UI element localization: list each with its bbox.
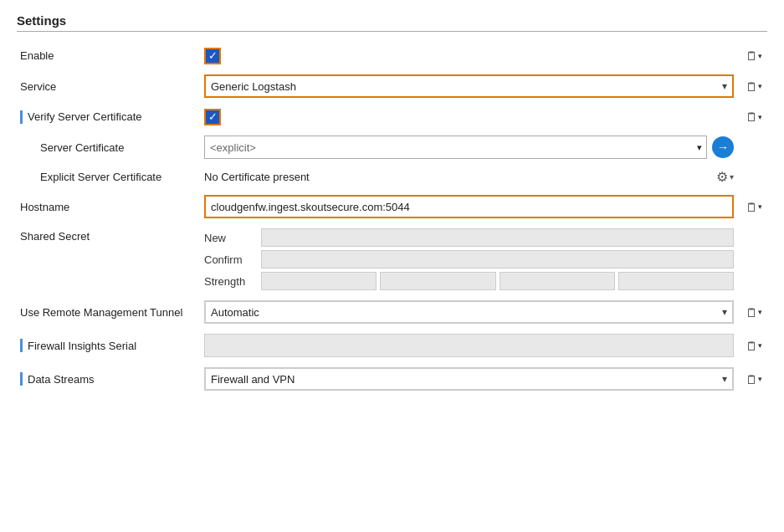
dropdown-arrow6-icon: ▾ xyxy=(758,341,762,350)
service-select-wrapper: Generic Logstash Custom Logstash Syslog … xyxy=(204,74,734,98)
dropdown-arrow5-icon: ▾ xyxy=(758,308,762,316)
clipboard-icon5: 🗒 xyxy=(746,305,758,320)
data-streams-label-group: Data Streams xyxy=(20,372,197,386)
shared-confirm-label: Confirm xyxy=(204,253,254,266)
clipboard-icon7: 🗒 xyxy=(746,372,758,386)
no-cert-row: No Certificate present ⚙▾ xyxy=(204,169,734,185)
explicit-cert-value-cell: No Certificate present ⚙▾ xyxy=(201,164,737,190)
clipboard-icon3: 🗒 xyxy=(746,110,758,124)
data-streams-select-wrapper: Firewall and VPN Firewall only VPN only … xyxy=(204,367,734,391)
shared-new-input[interactable] xyxy=(261,228,734,247)
data-streams-label-cell: Data Streams xyxy=(17,362,201,396)
firewall-insights-label: Firewall Insights Serial xyxy=(28,340,136,352)
firewall-insights-value-cell xyxy=(201,329,737,362)
cert-select-group: <explicit> Default Custom ▾ → xyxy=(204,136,734,159)
shared-new-label: New xyxy=(204,232,254,244)
firewall-insights-action-btn[interactable]: 🗒▾ xyxy=(744,337,764,355)
verify-cert-row: Verify Server Certificate ✓ 🗒▾ xyxy=(17,103,767,130)
hostname-row: Hostname 🗒▾ xyxy=(17,190,767,223)
explicit-cert-gear-btn[interactable]: ⚙▾ xyxy=(716,169,734,185)
service-label: Service xyxy=(17,69,201,103)
dropdown-arrow4-icon: ▾ xyxy=(758,202,762,211)
verify-cert-label: Verify Server Certificate xyxy=(28,110,142,123)
hostname-value-cell xyxy=(201,190,737,223)
settings-table: Enable ✓ 🗒▾ Service Generic Logstash Cus… xyxy=(17,42,767,396)
data-streams-bar xyxy=(20,372,23,386)
settings-container: Settings Enable ✓ 🗒▾ Service xyxy=(0,0,784,532)
verify-cert-label-cell: Verify Server Certificate xyxy=(17,103,201,130)
arrow-right-icon: → xyxy=(717,141,729,154)
data-streams-label: Data Streams xyxy=(28,373,94,386)
enable-checkbox[interactable]: ✓ xyxy=(204,48,221,64)
strength-segments xyxy=(261,272,734,290)
remote-tunnel-select-wrapper: Automatic Enabled Disabled ▾ xyxy=(204,300,734,324)
hostname-action: 🗒▾ xyxy=(737,190,767,223)
shared-secret-value-cell: New Confirm Strength xyxy=(201,223,737,295)
firewall-insights-label-group: Firewall Insights Serial xyxy=(20,339,197,352)
dropdown-arrow3-icon: ▾ xyxy=(758,113,762,121)
shared-strength-row: Strength xyxy=(204,272,734,290)
hostname-input[interactable] xyxy=(204,195,734,218)
server-cert-action xyxy=(737,130,767,164)
service-row: Service Generic Logstash Custom Logstash… xyxy=(17,69,767,103)
hostname-action-btn[interactable]: 🗒▾ xyxy=(744,198,764,216)
gear-icon: ⚙ xyxy=(716,169,728,185)
data-streams-select[interactable]: Firewall and VPN Firewall only VPN only xyxy=(204,367,734,391)
data-streams-action: 🗒▾ xyxy=(737,362,767,396)
server-cert-label: Server Certificate xyxy=(17,130,201,164)
shared-new-row: New xyxy=(204,228,734,247)
remote-tunnel-label: Use Remote Management Tunnel xyxy=(17,295,201,329)
strength-seg-3 xyxy=(500,272,615,290)
verify-cert-checkbox[interactable]: ✓ xyxy=(204,109,221,125)
clipboard-icon2: 🗒 xyxy=(746,79,758,94)
enable-row: Enable ✓ 🗒▾ xyxy=(17,42,767,69)
dropdown-arrow7-icon: ▾ xyxy=(758,375,762,383)
data-streams-value-cell: Firewall and VPN Firewall only VPN only … xyxy=(201,362,737,396)
clipboard-icon6: 🗒 xyxy=(746,339,758,353)
firewall-insights-bar xyxy=(20,339,23,352)
service-action-btn[interactable]: 🗒▾ xyxy=(744,78,764,95)
remote-tunnel-value-cell: Automatic Enabled Disabled ▾ xyxy=(201,295,737,329)
remote-tunnel-action-btn[interactable]: 🗒▾ xyxy=(744,304,764,321)
data-streams-action-btn[interactable]: 🗒▾ xyxy=(744,371,764,388)
clipboard-icon4: 🗒 xyxy=(746,200,758,214)
strength-label: Strength xyxy=(204,275,254,288)
enable-label: Enable xyxy=(17,42,201,69)
checkmark-icon: ✓ xyxy=(208,50,218,61)
strength-seg-4 xyxy=(618,272,734,290)
shared-secret-grid: New Confirm Strength xyxy=(204,228,734,290)
shared-secret-action xyxy=(737,223,767,295)
verify-checkmark-icon: ✓ xyxy=(208,111,218,122)
cert-chevron-wrapper: <explicit> Default Custom ▾ xyxy=(204,136,707,159)
dropdown-arrow2-icon: ▾ xyxy=(758,82,762,90)
server-cert-value-cell: <explicit> Default Custom ▾ → xyxy=(201,130,737,164)
enable-action-btn[interactable]: 🗒▾ xyxy=(744,47,764,64)
remote-tunnel-action: 🗒▾ xyxy=(737,295,767,329)
no-cert-text: No Certificate present xyxy=(204,171,310,183)
shared-confirm-input[interactable] xyxy=(261,250,734,269)
hostname-label: Hostname xyxy=(17,190,201,223)
clipboard-icon: 🗒 xyxy=(746,49,758,63)
verify-cert-bar xyxy=(20,110,23,124)
section-title: Settings xyxy=(17,13,767,32)
explicit-cert-label: Explicit Server Certificate xyxy=(17,164,201,190)
service-action: 🗒▾ xyxy=(737,69,767,103)
verify-cert-action: 🗒▾ xyxy=(737,103,767,130)
explicit-cert-action xyxy=(737,164,767,190)
shared-secret-label: Shared Secret xyxy=(17,223,201,295)
server-cert-row: Server Certificate <explicit> Default Cu… xyxy=(17,130,767,164)
remote-tunnel-select[interactable]: Automatic Enabled Disabled xyxy=(204,300,734,324)
shared-confirm-row: Confirm xyxy=(204,250,734,269)
remote-tunnel-row: Use Remote Management Tunnel Automatic E… xyxy=(17,295,767,329)
shared-secret-row: Shared Secret New Confirm Strength xyxy=(17,223,767,295)
verify-cert-label-group: Verify Server Certificate xyxy=(20,110,197,124)
verify-cert-action-btn[interactable]: 🗒▾ xyxy=(744,108,764,125)
cert-arrow-button[interactable]: → xyxy=(712,136,734,158)
strength-seg-2 xyxy=(380,272,495,290)
verify-cert-value-cell: ✓ xyxy=(201,103,737,130)
firewall-insights-action: 🗒▾ xyxy=(737,329,767,362)
service-select[interactable]: Generic Logstash Custom Logstash Syslog xyxy=(204,74,734,98)
firewall-insights-row: Firewall Insights Serial 🗒▾ xyxy=(17,329,767,362)
firewall-insights-input[interactable] xyxy=(204,334,734,357)
server-cert-select[interactable]: <explicit> Default Custom xyxy=(204,136,707,159)
